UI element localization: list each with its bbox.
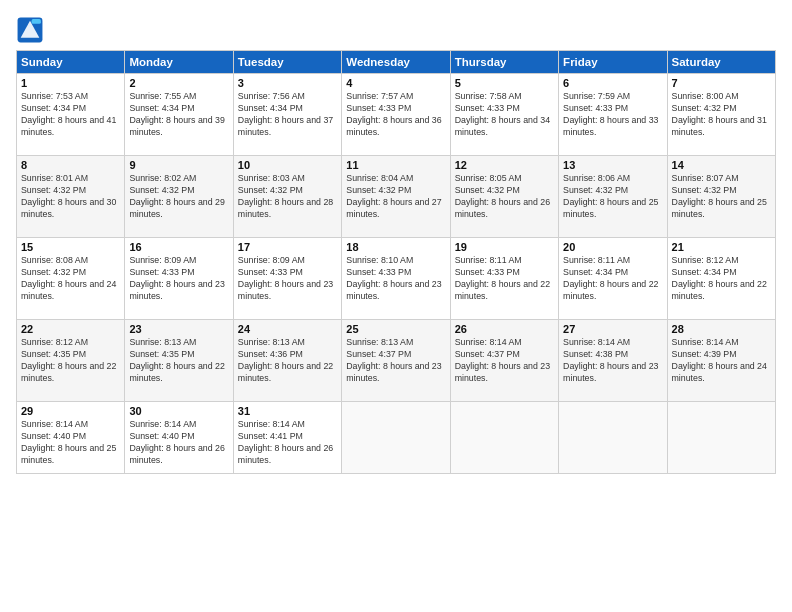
calendar-cell: 2Sunrise: 7:55 AMSunset: 4:34 PMDaylight… [125,74,233,156]
cell-info: Sunrise: 8:00 AMSunset: 4:32 PMDaylight:… [672,91,767,137]
calendar-cell: 17Sunrise: 8:09 AMSunset: 4:33 PMDayligh… [233,238,341,320]
day-number: 24 [238,323,337,335]
day-number: 31 [238,405,337,417]
calendar-cell [559,402,667,474]
calendar-cell: 25Sunrise: 8:13 AMSunset: 4:37 PMDayligh… [342,320,450,402]
weekday-header-sunday: Sunday [17,51,125,74]
cell-info: Sunrise: 8:01 AMSunset: 4:32 PMDaylight:… [21,173,116,219]
cell-info: Sunrise: 7:56 AMSunset: 4:34 PMDaylight:… [238,91,333,137]
cell-info: Sunrise: 8:04 AMSunset: 4:32 PMDaylight:… [346,173,441,219]
cell-info: Sunrise: 8:08 AMSunset: 4:32 PMDaylight:… [21,255,116,301]
calendar-cell: 5Sunrise: 7:58 AMSunset: 4:33 PMDaylight… [450,74,558,156]
calendar-week-row: 22Sunrise: 8:12 AMSunset: 4:35 PMDayligh… [17,320,776,402]
logo-icon [16,16,44,44]
cell-info: Sunrise: 8:03 AMSunset: 4:32 PMDaylight:… [238,173,333,219]
calendar-cell: 27Sunrise: 8:14 AMSunset: 4:38 PMDayligh… [559,320,667,402]
calendar-cell: 11Sunrise: 8:04 AMSunset: 4:32 PMDayligh… [342,156,450,238]
calendar-cell: 1Sunrise: 7:53 AMSunset: 4:34 PMDaylight… [17,74,125,156]
weekday-header-friday: Friday [559,51,667,74]
calendar-cell [667,402,775,474]
weekday-header-monday: Monday [125,51,233,74]
calendar-week-row: 15Sunrise: 8:08 AMSunset: 4:32 PMDayligh… [17,238,776,320]
day-number: 15 [21,241,120,253]
calendar-cell: 16Sunrise: 8:09 AMSunset: 4:33 PMDayligh… [125,238,233,320]
day-number: 19 [455,241,554,253]
calendar-cell: 24Sunrise: 8:13 AMSunset: 4:36 PMDayligh… [233,320,341,402]
day-number: 11 [346,159,445,171]
cell-info: Sunrise: 7:58 AMSunset: 4:33 PMDaylight:… [455,91,550,137]
calendar-cell: 28Sunrise: 8:14 AMSunset: 4:39 PMDayligh… [667,320,775,402]
day-number: 17 [238,241,337,253]
calendar-cell: 23Sunrise: 8:13 AMSunset: 4:35 PMDayligh… [125,320,233,402]
day-number: 8 [21,159,120,171]
calendar-cell: 19Sunrise: 8:11 AMSunset: 4:33 PMDayligh… [450,238,558,320]
day-number: 21 [672,241,771,253]
cell-info: Sunrise: 8:14 AMSunset: 4:39 PMDaylight:… [672,337,767,383]
cell-info: Sunrise: 8:14 AMSunset: 4:37 PMDaylight:… [455,337,550,383]
day-number: 30 [129,405,228,417]
day-number: 7 [672,77,771,89]
cell-info: Sunrise: 7:53 AMSunset: 4:34 PMDaylight:… [21,91,116,137]
calendar-cell: 18Sunrise: 8:10 AMSunset: 4:33 PMDayligh… [342,238,450,320]
calendar-cell: 12Sunrise: 8:05 AMSunset: 4:32 PMDayligh… [450,156,558,238]
main-container: SundayMondayTuesdayWednesdayThursdayFrid… [0,0,792,484]
header [16,16,776,44]
cell-info: Sunrise: 8:09 AMSunset: 4:33 PMDaylight:… [238,255,333,301]
cell-info: Sunrise: 7:57 AMSunset: 4:33 PMDaylight:… [346,91,441,137]
weekday-header-row: SundayMondayTuesdayWednesdayThursdayFrid… [17,51,776,74]
cell-info: Sunrise: 8:12 AMSunset: 4:35 PMDaylight:… [21,337,116,383]
day-number: 1 [21,77,120,89]
cell-info: Sunrise: 8:14 AMSunset: 4:41 PMDaylight:… [238,419,333,465]
cell-info: Sunrise: 8:10 AMSunset: 4:33 PMDaylight:… [346,255,441,301]
calendar-cell: 4Sunrise: 7:57 AMSunset: 4:33 PMDaylight… [342,74,450,156]
cell-info: Sunrise: 8:13 AMSunset: 4:36 PMDaylight:… [238,337,333,383]
calendar-cell [342,402,450,474]
weekday-header-saturday: Saturday [667,51,775,74]
calendar-week-row: 8Sunrise: 8:01 AMSunset: 4:32 PMDaylight… [17,156,776,238]
cell-info: Sunrise: 8:06 AMSunset: 4:32 PMDaylight:… [563,173,658,219]
day-number: 13 [563,159,662,171]
calendar-cell: 9Sunrise: 8:02 AMSunset: 4:32 PMDaylight… [125,156,233,238]
weekday-header-thursday: Thursday [450,51,558,74]
calendar-cell: 10Sunrise: 8:03 AMSunset: 4:32 PMDayligh… [233,156,341,238]
day-number: 29 [21,405,120,417]
calendar-cell: 13Sunrise: 8:06 AMSunset: 4:32 PMDayligh… [559,156,667,238]
calendar-cell: 14Sunrise: 8:07 AMSunset: 4:32 PMDayligh… [667,156,775,238]
calendar-cell: 22Sunrise: 8:12 AMSunset: 4:35 PMDayligh… [17,320,125,402]
day-number: 12 [455,159,554,171]
day-number: 10 [238,159,337,171]
calendar-cell: 26Sunrise: 8:14 AMSunset: 4:37 PMDayligh… [450,320,558,402]
calendar-cell: 15Sunrise: 8:08 AMSunset: 4:32 PMDayligh… [17,238,125,320]
cell-info: Sunrise: 8:13 AMSunset: 4:35 PMDaylight:… [129,337,224,383]
day-number: 25 [346,323,445,335]
calendar-cell: 6Sunrise: 7:59 AMSunset: 4:33 PMDaylight… [559,74,667,156]
cell-info: Sunrise: 8:11 AMSunset: 4:33 PMDaylight:… [455,255,550,301]
calendar-cell: 30Sunrise: 8:14 AMSunset: 4:40 PMDayligh… [125,402,233,474]
day-number: 4 [346,77,445,89]
cell-info: Sunrise: 8:12 AMSunset: 4:34 PMDaylight:… [672,255,767,301]
cell-info: Sunrise: 8:11 AMSunset: 4:34 PMDaylight:… [563,255,658,301]
cell-info: Sunrise: 8:14 AMSunset: 4:40 PMDaylight:… [129,419,224,465]
weekday-header-wednesday: Wednesday [342,51,450,74]
calendar-cell: 20Sunrise: 8:11 AMSunset: 4:34 PMDayligh… [559,238,667,320]
cell-info: Sunrise: 8:14 AMSunset: 4:40 PMDaylight:… [21,419,116,465]
day-number: 5 [455,77,554,89]
calendar-cell: 29Sunrise: 8:14 AMSunset: 4:40 PMDayligh… [17,402,125,474]
logo [16,16,48,44]
calendar-cell: 7Sunrise: 8:00 AMSunset: 4:32 PMDaylight… [667,74,775,156]
day-number: 9 [129,159,228,171]
day-number: 20 [563,241,662,253]
day-number: 16 [129,241,228,253]
day-number: 18 [346,241,445,253]
calendar-cell: 31Sunrise: 8:14 AMSunset: 4:41 PMDayligh… [233,402,341,474]
day-number: 28 [672,323,771,335]
calendar-cell: 21Sunrise: 8:12 AMSunset: 4:34 PMDayligh… [667,238,775,320]
cell-info: Sunrise: 8:07 AMSunset: 4:32 PMDaylight:… [672,173,767,219]
cell-info: Sunrise: 8:09 AMSunset: 4:33 PMDaylight:… [129,255,224,301]
day-number: 6 [563,77,662,89]
calendar-week-row: 29Sunrise: 8:14 AMSunset: 4:40 PMDayligh… [17,402,776,474]
calendar-cell: 8Sunrise: 8:01 AMSunset: 4:32 PMDaylight… [17,156,125,238]
cell-info: Sunrise: 8:14 AMSunset: 4:38 PMDaylight:… [563,337,658,383]
cell-info: Sunrise: 8:02 AMSunset: 4:32 PMDaylight:… [129,173,224,219]
day-number: 2 [129,77,228,89]
